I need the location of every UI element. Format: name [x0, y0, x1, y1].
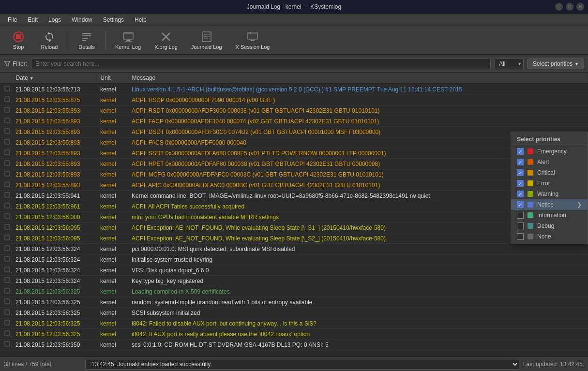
color-dot-alert [528, 159, 533, 165]
table-row[interactable]: 21.08.2015 12:03:56:325kerneli8042: If A… [0, 329, 588, 340]
priority-item-alert[interactable]: Alert [511, 157, 588, 167]
table-row[interactable]: 21.08.2015 12:03:56:324kernelVFS: Disk q… [0, 265, 588, 276]
table-row[interactable]: 21.08.2015 12:03:55:941kernelKernel comm… [0, 191, 588, 201]
row-unit: kernel [96, 116, 128, 127]
priority-item-error[interactable]: Error [511, 178, 588, 189]
table-row[interactable]: 21.08.2015 12:03:56:325kernelSCSI subsys… [0, 308, 588, 318]
table-row[interactable]: 21.08.2015 12:03:56:324kernelpci 0000:00… [0, 244, 588, 254]
all-filter-combo[interactable]: All [495, 59, 524, 69]
log-table-container[interactable]: Date▼ Unit Message 21.08.2015 12:03:55:7… [0, 73, 588, 356]
xsession-log-label: X Session Log [236, 44, 270, 50]
menu-edit[interactable]: Edit [23, 15, 43, 25]
table-row[interactable]: 21.08.2015 12:03:56:000kernelmtrr: your … [0, 212, 588, 223]
checkbox-warning[interactable] [517, 191, 524, 197]
svg-rect-26 [5, 161, 10, 165]
col-header-unit[interactable]: Unit [96, 73, 128, 84]
table-row[interactable]: 21.08.2015 12:03:55:893kernelACPI: FACS … [0, 137, 588, 148]
minimize-button[interactable]: – [555, 3, 563, 11]
priority-item-warning[interactable]: Warning [511, 189, 588, 199]
table-row[interactable]: 21.08.2015 12:03:55:875kernelACPI: RSDP … [0, 95, 588, 105]
table-row[interactable]: 21.08.2015 12:03:56:325kernelrandom: sys… [0, 297, 588, 308]
priority-item-emergency[interactable]: Emergency [511, 146, 588, 157]
svg-rect-39 [5, 299, 10, 304]
row-date: 21.08.2015 12:03:56:325 [12, 308, 96, 318]
table-row[interactable]: 21.08.2015 12:03:56:095kernelACPI Except… [0, 233, 588, 244]
priority-label-debug: Debug [537, 223, 554, 229]
menu-help[interactable]: Help [130, 15, 151, 25]
checkbox-debug[interactable] [517, 223, 524, 229]
select-priorities-button[interactable]: Select priorities ▼ [528, 59, 584, 69]
table-row[interactable]: 21.08.2015 12:03:55:893kernelACPI: DSDT … [0, 127, 588, 137]
col-header-flag[interactable] [0, 73, 12, 84]
menu-window[interactable]: Window [67, 15, 97, 25]
window-controls[interactable]: – □ ✕ [555, 3, 584, 11]
menu-logs[interactable]: Logs [44, 15, 66, 25]
checkbox-critical[interactable] [517, 169, 524, 176]
row-unit: kernel [96, 105, 128, 116]
row-message: VFS: Disk quotas dquot_6.6.0 [128, 265, 588, 276]
checkbox-notice[interactable] [517, 201, 524, 208]
checkbox-emergency[interactable] [517, 148, 524, 155]
priority-label-information: Information [537, 212, 566, 219]
row-message: scsi 0:0:1:0: CD-ROM HL-DT-ST DVDRAM GSA… [128, 340, 588, 350]
table-row[interactable]: 21.08.2015 12:03:56:324kernelKey type bi… [0, 276, 588, 286]
checkbox-information[interactable] [517, 212, 524, 219]
svg-point-17 [249, 32, 250, 33]
row-message: Key type big_key registered [128, 276, 588, 286]
status-combo[interactable]: 13:42:45: Journald entries loaded succes… [85, 359, 519, 370]
svg-point-18 [250, 32, 251, 33]
table-row[interactable]: 21.08.2015 12:03:56:350kernelscsi 0:0:1:… [0, 340, 588, 350]
close-button[interactable]: ✕ [576, 3, 584, 11]
table-row[interactable]: 21.08.2015 12:03:55:893kernelACPI: MCFG … [0, 169, 588, 180]
row-date: 21.08.2015 12:03:56:350 [12, 340, 96, 350]
details-button[interactable]: Details [72, 28, 101, 53]
table-row[interactable]: 21.08.2015 12:03:55:893kernelACPI: APIC … [0, 180, 588, 191]
xorg-log-button[interactable]: X.org Log [149, 28, 183, 53]
row-unit: kernel [96, 95, 128, 105]
table-row[interactable]: 21.08.2015 12:03:55:961kernelACPI: All A… [0, 201, 588, 212]
table-row[interactable]: 21.08.2015 12:03:55:893kernelACPI: SSDT … [0, 148, 588, 159]
table-row[interactable]: 21.08.2015 12:03:56:095kernelACPI Except… [0, 223, 588, 233]
priority-item-critical[interactable]: Critical [511, 167, 588, 178]
checkbox-alert[interactable] [517, 159, 524, 165]
priority-item-information[interactable]: Information [511, 210, 588, 221]
table-row[interactable]: 21.08.2015 12:03:56:325kerneli8042: Fail… [0, 318, 588, 329]
row-unit: kernel [96, 308, 128, 318]
table-row[interactable]: 21.08.2015 12:03:55:713kernelLinux versi… [0, 84, 588, 95]
window-title: Journald Log - kernel — KSystemlog [247, 3, 341, 10]
priority-item-debug[interactable]: Debug [511, 221, 588, 231]
row-flag [0, 329, 12, 340]
menu-settings[interactable]: Settings [98, 15, 129, 25]
priority-label-error: Error [537, 180, 550, 187]
col-header-message[interactable]: Message [128, 73, 588, 84]
table-row[interactable]: 21.08.2015 12:03:55:893kernelACPI: RSDT … [0, 105, 588, 116]
row-flag [0, 105, 12, 116]
priority-item-none[interactable]: None [511, 231, 588, 242]
priority-item-notice[interactable]: Notice❯ [511, 199, 588, 210]
table-row[interactable]: 21.08.2015 12:03:55:893kernelACPI: FACP … [0, 116, 588, 127]
checkbox-none[interactable] [517, 233, 524, 240]
svg-rect-38 [5, 288, 10, 293]
search-input[interactable] [31, 59, 491, 69]
maximize-button[interactable]: □ [566, 3, 573, 11]
checkbox-error[interactable] [517, 180, 524, 187]
svg-rect-10 [202, 32, 211, 42]
journald-log-button[interactable]: Journald Log [185, 28, 228, 53]
svg-rect-32 [5, 224, 10, 229]
row-flag [0, 286, 12, 297]
row-date: 21.08.2015 12:03:56:095 [12, 233, 96, 244]
reload-button[interactable]: Reload [35, 28, 64, 53]
table-row[interactable]: 21.08.2015 12:03:56:324kernelInitialise … [0, 254, 588, 265]
table-row[interactable]: 21.08.2015 12:03:56:325kernelLoading com… [0, 286, 588, 297]
stop-button[interactable]: Stop [4, 28, 33, 53]
menu-file[interactable]: File [3, 15, 22, 25]
row-date: 21.08.2015 12:03:56:000 [12, 212, 96, 223]
row-date: 21.08.2015 12:03:55:941 [12, 191, 96, 201]
xsession-log-button[interactable]: X Session Log [230, 28, 276, 53]
kernel-log-button[interactable]: Kernel Log [109, 28, 147, 53]
col-header-date[interactable]: Date▼ [12, 73, 96, 84]
table-row[interactable]: 21.08.2015 12:03:55:893kernelACPI: HPET … [0, 159, 588, 169]
row-flag [0, 212, 12, 223]
separator2 [105, 30, 106, 50]
svg-rect-9 [125, 41, 132, 42]
